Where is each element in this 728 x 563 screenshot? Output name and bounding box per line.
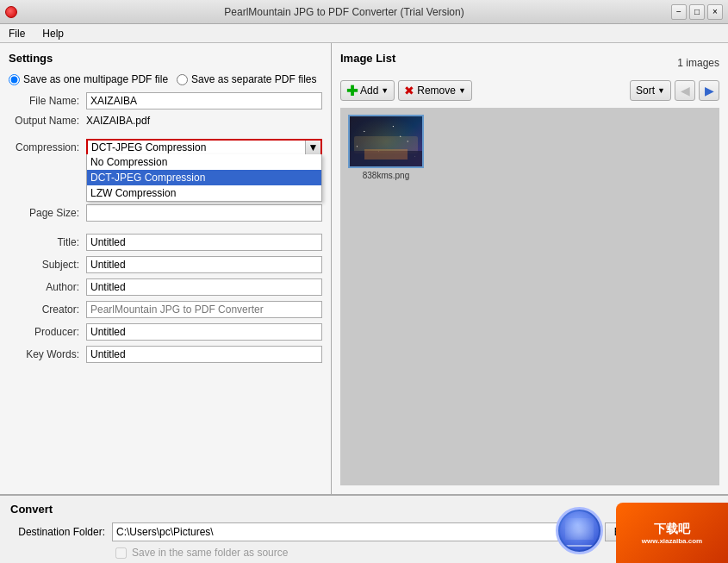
save-multipage-radio[interactable]: [9, 74, 20, 85]
image-thumbnail[interactable]: 838kms.png: [347, 115, 425, 180]
menu-bar: File Help: [0, 24, 728, 43]
logo-line: [563, 545, 595, 547]
destination-row: Destination Folder: ▼ Browse... Open: [10, 522, 718, 541]
logo-inner: [560, 511, 599, 550]
subject-row: Subject:: [9, 256, 322, 273]
compression-row: Compression: DCT-JPEG Compression ▼ No C…: [9, 139, 322, 156]
keywords-label: Key Words:: [9, 348, 86, 360]
producer-input[interactable]: [86, 323, 322, 341]
subject-label: Subject:: [9, 259, 86, 271]
title-bar: PearlMountain JPG to PDF Converter (Tria…: [0, 0, 728, 24]
image-panel: Image List 1 images ✚ Add ▼ ✖ Remove ▼ S…: [332, 43, 728, 494]
same-folder-checkbox[interactable]: [115, 547, 127, 559]
page-size-row: Page Size:: [9, 204, 322, 222]
keywords-row: Key Words:: [9, 346, 322, 363]
add-button[interactable]: ✚ Add ▼: [340, 80, 395, 101]
thumb-glow: [364, 149, 408, 160]
window-close-button[interactable]: [5, 6, 17, 18]
convert-title: Convert: [10, 503, 718, 516]
compression-option-2[interactable]: LZW Compression: [87, 185, 321, 201]
save-separate-option[interactable]: Save as separate PDF files: [177, 73, 316, 85]
dest-label: Destination Folder:: [10, 526, 105, 538]
file-name-input[interactable]: [86, 92, 322, 109]
sort-label: Sort: [636, 84, 655, 97]
close-button[interactable]: ×: [707, 4, 723, 20]
image-panel-header: Image List 1 images: [340, 52, 719, 73]
save-multipage-option[interactable]: Save as one multipage PDF file: [9, 73, 168, 85]
compression-arrow[interactable]: ▼: [305, 141, 320, 154]
convert-panel: Convert Destination Folder: ▼ Browse... …: [0, 494, 728, 563]
compression-label: Compression:: [9, 141, 86, 153]
thumb-filename: 838kms.png: [363, 171, 409, 180]
remove-arrow-icon: ▼: [458, 86, 466, 95]
creator-input[interactable]: [86, 301, 322, 318]
logo-circle: [556, 507, 603, 554]
page-size-input[interactable]: [86, 204, 322, 222]
file-name-row: File Name:: [9, 92, 322, 109]
image-toolbar: ✚ Add ▼ ✖ Remove ▼ Sort ▼ ◀ ▶: [340, 80, 719, 101]
author-input[interactable]: [86, 278, 322, 296]
creator-row: Creator:: [9, 301, 322, 318]
image-count: 1 images: [677, 57, 719, 69]
subject-input[interactable]: [86, 256, 322, 273]
author-label: Author:: [9, 281, 86, 293]
add-arrow-icon: ▼: [381, 86, 389, 95]
maximize-button[interactable]: □: [689, 4, 705, 20]
menu-help[interactable]: Help: [39, 26, 67, 41]
settings-title: Settings: [9, 52, 322, 65]
producer-label: Producer:: [9, 326, 86, 338]
compression-dropdown: No Compression DCT-JPEG Compression LZW …: [86, 154, 322, 202]
creator-label: Creator:: [9, 303, 86, 316]
image-list-title: Image List: [340, 52, 395, 65]
menu-file[interactable]: File: [5, 26, 28, 41]
save-separate-label: Save as separate PDF files: [191, 73, 316, 85]
same-folder-row: Save in the same folder as source: [10, 547, 718, 559]
title-bar-left: [5, 6, 17, 18]
minimize-button[interactable]: −: [671, 4, 687, 20]
logo-area: [556, 507, 603, 554]
watermark-text: 下载吧 www.xiazaiba.com: [642, 522, 702, 545]
file-name-label: File Name:: [9, 95, 86, 107]
remove-icon: ✖: [404, 84, 414, 97]
producer-row: Producer:: [9, 323, 322, 341]
same-folder-label: Save in the same folder as source: [132, 547, 288, 559]
compression-selected: DCT-JPEG Compression: [91, 141, 206, 153]
next-button[interactable]: ▶: [699, 80, 719, 101]
title-input[interactable]: [86, 234, 322, 251]
thumb-preview: [348, 115, 424, 168]
save-options-row: Save as one multipage PDF file Save as s…: [9, 73, 322, 85]
output-name-label: Output Name:: [9, 115, 86, 127]
compression-option-1[interactable]: DCT-JPEG Compression: [87, 170, 321, 185]
output-name-row: Output Name: XAIZAIBA.pdf: [9, 115, 322, 127]
window-title: PearlMountain JPG to PDF Converter (Tria…: [224, 6, 464, 18]
save-separate-radio[interactable]: [177, 74, 188, 85]
window-controls: − □ ×: [671, 4, 723, 20]
sort-arrow-icon: ▼: [657, 86, 665, 95]
brand-watermark: 下载吧 www.xiazaiba.com: [616, 503, 728, 563]
compression-field: DCT-JPEG Compression ▼: [86, 139, 322, 156]
dest-input[interactable]: [112, 522, 576, 541]
add-label: Add: [360, 84, 378, 97]
save-multipage-label: Save as one multipage PDF file: [23, 73, 168, 85]
prev-button[interactable]: ◀: [675, 80, 695, 101]
remove-label: Remove: [417, 84, 456, 97]
compression-option-0[interactable]: No Compression: [87, 154, 321, 170]
title-row: Title:: [9, 234, 322, 251]
author-row: Author:: [9, 278, 322, 296]
main-content: Settings Save as one multipage PDF file …: [0, 43, 728, 494]
page-size-label: Page Size:: [9, 207, 86, 219]
keywords-input[interactable]: [86, 346, 322, 363]
image-area: 838kms.png: [340, 108, 719, 485]
compression-container: DCT-JPEG Compression ▼ No Compression DC…: [86, 139, 322, 156]
settings-panel: Settings Save as one multipage PDF file …: [0, 43, 332, 494]
logo-shine: [565, 518, 594, 540]
sort-button[interactable]: Sort ▼: [630, 80, 671, 101]
output-name-value: XAIZAIBA.pdf: [86, 115, 150, 127]
remove-button[interactable]: ✖ Remove ▼: [398, 80, 472, 101]
add-icon: ✚: [346, 83, 358, 99]
title-label: Title:: [9, 236, 86, 248]
